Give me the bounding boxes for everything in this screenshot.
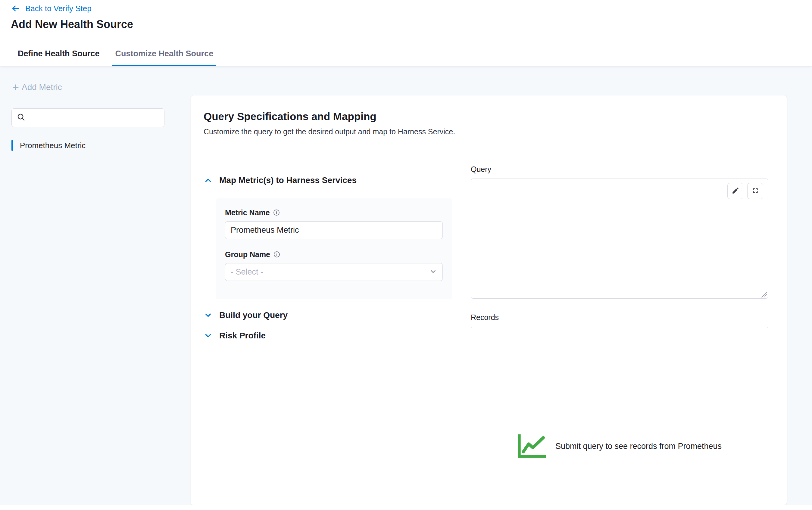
pencil-icon xyxy=(732,187,740,196)
back-link-label: Back to Verify Step xyxy=(25,4,92,13)
sidebar-divider xyxy=(11,137,171,137)
add-metric-button[interactable]: Add Metric xyxy=(11,83,62,92)
chevron-down-icon xyxy=(204,311,213,320)
mapping-column: Map Metric(s) to Harness Services Metric… xyxy=(204,174,463,342)
info-icon[interactable] xyxy=(273,209,280,216)
card-subtitle: Customize the query to get the desired o… xyxy=(204,127,774,136)
expand-icon xyxy=(751,187,759,196)
tab-bar: Define Health Source Customize Health So… xyxy=(17,49,214,66)
group-name-select-placeholder: - Select - xyxy=(231,267,263,277)
records-label: Records xyxy=(471,313,768,322)
card-body: Map Metric(s) to Harness Services Metric… xyxy=(191,147,787,503)
page: Back to Verify Step Add New Health Sourc… xyxy=(0,0,812,510)
query-label: Query xyxy=(471,165,768,174)
chevron-down-icon xyxy=(204,331,213,340)
query-specifications-card: Query Specifications and Mapping Customi… xyxy=(191,95,787,505)
metric-name-label-row: Metric Name xyxy=(225,207,443,218)
query-input[interactable] xyxy=(471,179,768,298)
query-actions xyxy=(727,183,763,199)
metric-name-label: Metric Name xyxy=(225,208,270,217)
line-chart-icon xyxy=(517,433,548,459)
top-header: Back to Verify Step Add New Health Sourc… xyxy=(0,0,812,66)
back-link[interactable]: Back to Verify Step xyxy=(11,4,92,13)
page-title: Add New Health Source xyxy=(11,18,133,31)
metric-list: Prometheus Metric xyxy=(11,139,171,152)
metric-list-item-prometheus[interactable]: Prometheus Metric xyxy=(11,139,171,152)
section-build-query-label: Build your Query xyxy=(219,310,288,320)
metrics-sidebar: Add Metric Prometheus Metric xyxy=(0,66,191,510)
section-map-metrics-label: Map Metric(s) to Harness Services xyxy=(219,176,357,185)
metric-item-label: Prometheus Metric xyxy=(20,141,86,150)
selected-indicator xyxy=(11,140,13,151)
expand-query-button[interactable] xyxy=(747,183,763,199)
metric-name-input[interactable] xyxy=(225,221,443,239)
group-name-label: Group Name xyxy=(225,250,270,259)
group-name-label-row: Group Name xyxy=(225,249,443,260)
edit-query-button[interactable] xyxy=(727,183,743,199)
query-editor xyxy=(471,179,768,299)
resize-handle[interactable] xyxy=(761,292,767,297)
search-input[interactable] xyxy=(29,113,159,123)
add-metric-label: Add Metric xyxy=(22,83,62,92)
tab-customize-health-source[interactable]: Customize Health Source xyxy=(115,49,214,66)
card-title: Query Specifications and Mapping xyxy=(204,111,774,123)
chevron-up-icon xyxy=(204,176,213,185)
metric-mapping-panel: Metric Name Group Name xyxy=(216,199,452,299)
records-panel: Submit query to see records from Prometh… xyxy=(471,327,768,505)
search-icon xyxy=(17,113,26,123)
section-risk-profile-toggle[interactable]: Risk Profile xyxy=(204,329,463,342)
card-header: Query Specifications and Mapping Customi… xyxy=(191,95,787,136)
section-map-metrics-toggle[interactable]: Map Metric(s) to Harness Services xyxy=(204,174,463,187)
bottom-bar xyxy=(0,505,812,510)
info-icon[interactable] xyxy=(273,251,281,258)
section-build-query-toggle[interactable]: Build your Query xyxy=(204,308,463,322)
records-empty-text: Submit query to see records from Prometh… xyxy=(555,442,722,451)
metric-search xyxy=(11,109,165,127)
group-name-select[interactable]: - Select - xyxy=(225,263,443,281)
tab-define-health-source[interactable]: Define Health Source xyxy=(17,49,100,66)
plus-icon xyxy=(11,83,20,92)
query-column: Query xyxy=(471,165,768,505)
back-arrow-icon xyxy=(11,4,21,13)
section-risk-profile-label: Risk Profile xyxy=(219,331,266,340)
chevron-down-icon xyxy=(429,268,437,277)
records-empty-state: Submit query to see records from Prometh… xyxy=(517,433,722,459)
